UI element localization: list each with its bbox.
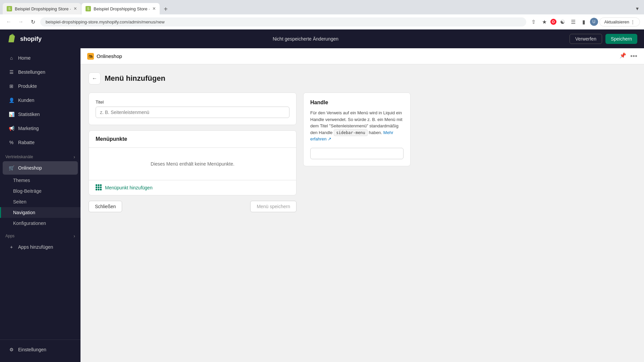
back-button[interactable]: ← — [89, 72, 101, 84]
share-icon[interactable]: ⇧ — [529, 17, 538, 26]
sidebar-icon[interactable]: ▮ — [579, 17, 589, 26]
store-header: 🛍 Onlineshop 📌 ••• — [80, 48, 644, 64]
reload-button[interactable]: ↻ — [28, 17, 38, 26]
sidebar-item-onlineshop-label: Onlineshop — [18, 165, 42, 171]
svg-rect-3 — [96, 187, 97, 188]
user-avatar[interactable]: U — [590, 18, 598, 26]
sidebar-sub-blog[interactable]: Blog-Beiträge — [0, 186, 80, 196]
sidebar-item-products[interactable]: ⊞ Produkte — [3, 79, 78, 93]
sidebar-item-settings[interactable]: ⚙ Einstellungen — [3, 343, 78, 356]
form-actions: Schließen Menü speichern — [89, 201, 297, 212]
sales-channels-section: Vertriebskanäle › — [0, 151, 80, 161]
sidebar-item-analytics-label: Statistiken — [18, 112, 40, 117]
pin-icon[interactable]: 📌 — [620, 52, 626, 60]
sidebar-sub-pages[interactable]: Seiten — [0, 196, 80, 207]
handle-description: Für den Verweis auf ein Menü wird in Liq… — [310, 110, 404, 142]
opera-icon: O — [550, 19, 556, 25]
customers-icon: 👤 — [8, 97, 15, 104]
handle-code-snippet: sidebar-menu — [334, 129, 368, 136]
svg-rect-6 — [96, 189, 97, 190]
themes-label: Themes — [13, 178, 30, 183]
store-favicon: 🛍 — [87, 53, 94, 60]
menupunkte-title: Menüpunkte — [96, 136, 127, 142]
back-button[interactable]: ← — [4, 17, 13, 26]
sidebar-item-orders[interactable]: ☰ Bestellungen — [3, 65, 78, 79]
svg-rect-1 — [98, 184, 100, 186]
sidebar-sub-navigation[interactable]: Navigation — [0, 207, 80, 218]
add-menu-item-icon — [96, 184, 102, 191]
add-apps-icon: + — [8, 244, 15, 250]
more-icon[interactable]: ••• — [630, 52, 637, 60]
sidebar-item-marketing-label: Marketing — [18, 126, 39, 131]
add-menu-item-link[interactable]: Menüpunkt hinzufügen — [105, 185, 153, 190]
apps-chevron[interactable]: › — [73, 233, 75, 239]
tab-close-2[interactable]: × — [153, 6, 156, 12]
tab-dropdown-button[interactable]: ▾ — [633, 3, 641, 14]
menu-save-button[interactable]: Menü speichern — [250, 201, 297, 212]
update-more-icon: ⋮ — [631, 19, 635, 24]
sales-channels-chevron[interactable]: › — [73, 154, 75, 160]
handle-card: Handle Für den Verweis auf ein Menü wird… — [303, 93, 411, 166]
store-header-actions: 📌 ••• — [620, 52, 637, 60]
browser-tab-2[interactable]: S Beispiel Dropshipping Store · × — [82, 3, 160, 14]
sidebar-item-analytics[interactable]: 📊 Statistiken — [3, 108, 78, 121]
add-menu-item-row[interactable]: Menüpunkt hinzufügen — [89, 180, 296, 195]
titel-input[interactable] — [96, 107, 289, 118]
verwerfen-button[interactable]: Verwerfen — [570, 34, 602, 44]
svg-rect-4 — [98, 187, 100, 188]
sidebar-add-apps[interactable]: + Apps hinzufügen — [3, 240, 78, 254]
sidebar-item-customers-label: Kunden — [18, 98, 34, 103]
svg-rect-7 — [98, 189, 100, 190]
menu-icon[interactable]: ☰ — [569, 17, 578, 26]
onlineshop-icon: 🛒 — [8, 165, 15, 171]
sidebar-item-marketing[interactable]: 📢 Marketing — [3, 122, 78, 135]
sidebar-sub-themes[interactable]: Themes — [0, 175, 80, 186]
sidebar-sub-config[interactable]: Konfigurationen — [0, 218, 80, 229]
toolbar-actions: ⇧ ★ O ☯ ☰ ▮ U Aktualisieren ⋮ — [529, 17, 640, 26]
update-label: Aktualisieren — [604, 19, 629, 24]
back-arrow-icon: ← — [92, 75, 97, 81]
page-content: ← Menü hinzufügen Titel — [80, 64, 644, 220]
update-button[interactable]: Aktualisieren ⋮ — [599, 17, 640, 26]
svg-rect-8 — [100, 189, 102, 190]
sidebar-item-onlineshop[interactable]: 🛒 Onlineshop — [3, 161, 78, 175]
sidebar-item-discounts[interactable]: % Rabatte — [3, 136, 78, 149]
config-label: Konfigurationen — [13, 221, 46, 226]
svg-rect-0 — [96, 184, 97, 186]
sidebar-item-home-label: Home — [18, 55, 31, 61]
tab-favicon-2: S — [86, 6, 91, 11]
navigation-label: Navigation — [13, 210, 35, 215]
handle-external-icon: ↗ — [328, 136, 331, 141]
close-button[interactable]: Schließen — [89, 201, 122, 212]
main-content: 🛍 Onlineshop 📌 ••• ← — [80, 48, 644, 362]
pages-label: Seiten — [13, 199, 26, 204]
handle-title: Handle — [310, 100, 404, 106]
main-form-column: Titel Menüpunkte Dieses Menü enthält kei… — [89, 93, 297, 212]
handle-input[interactable] — [310, 148, 404, 159]
header-actions: Verwerfen Speichern — [570, 34, 637, 44]
settings-label: Einstellungen — [18, 347, 46, 352]
sidebar-item-customers[interactable]: 👤 Kunden — [3, 94, 78, 107]
orders-icon: ☰ — [8, 69, 15, 75]
app-body: ⌂ Home ☰ Bestellungen ⊞ Produkte 👤 Kunde… — [0, 48, 644, 362]
extension-icon[interactable]: ☯ — [558, 17, 567, 26]
shopify-logo-icon — [7, 34, 17, 44]
handle-desc-2: haben. — [369, 130, 382, 135]
browser-tab-1[interactable]: S Beispiel Dropshipping Store · × — [3, 3, 81, 14]
browser-toolbar: ← → ↻ beispiel-dropshipping-store.myshop… — [0, 14, 644, 29]
tab-close-1[interactable]: × — [74, 6, 77, 12]
menupunkte-card: Menüpunkte Dieses Menü enthält keine Men… — [89, 130, 297, 195]
new-tab-button[interactable]: + — [160, 4, 171, 14]
bookmark-icon[interactable]: ★ — [540, 17, 549, 26]
speichern-button[interactable]: Speichern — [605, 34, 637, 44]
sidebar-item-home[interactable]: ⌂ Home — [3, 51, 78, 65]
discounts-icon: % — [8, 139, 15, 146]
blog-label: Blog-Beiträge — [13, 188, 42, 194]
tab-title-1: Beispiel Dropshipping Store · — [15, 6, 71, 11]
analytics-icon: 📊 — [8, 111, 15, 118]
address-bar[interactable]: beispiel-dropshipping-store.myshopify.co… — [40, 17, 526, 26]
svg-rect-5 — [100, 187, 102, 188]
menupunkte-header: Menüpunkte — [89, 131, 296, 148]
forward-button[interactable]: → — [16, 17, 25, 26]
titel-card: Titel — [89, 93, 297, 125]
